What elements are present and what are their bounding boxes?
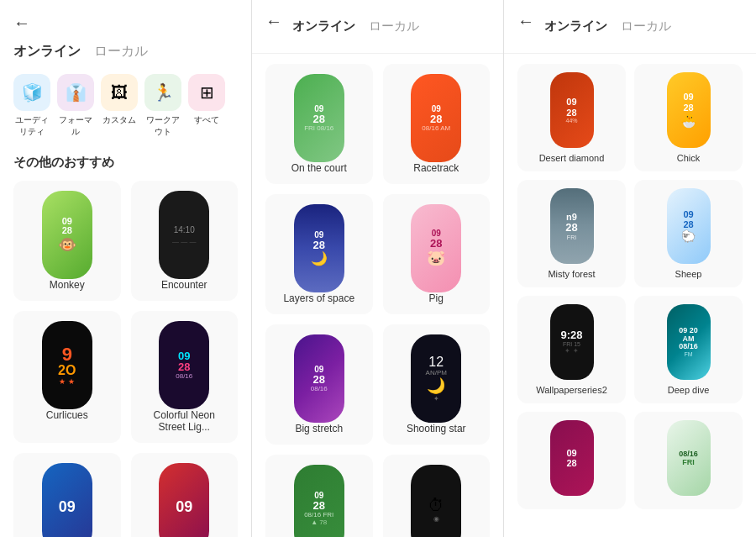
right-back-button[interactable]: ←: [517, 12, 534, 31]
list-item[interactable]: 09 28 44% Desert diamond: [517, 64, 626, 171]
mid-watch-grid: 09 28 FRI 08/16 On the court 09 28 08/16…: [265, 64, 490, 537]
list-item[interactable]: 08/16 FRI: [634, 412, 743, 509]
list-item[interactable]: 09 28 🌙 Layers of space: [265, 194, 373, 314]
watch-label-pig: Pig: [429, 292, 444, 304]
all-label: すべて: [194, 114, 219, 126]
list-item[interactable]: 09 28 🐑 Sheep: [634, 180, 743, 287]
watch-face-desert: 09 28 44%: [550, 72, 594, 148]
category-formal[interactable]: 👔 フォーマル: [57, 74, 94, 138]
list-item[interactable]: 09: [131, 453, 239, 537]
list-item[interactable]: ⏱ ◉: [383, 455, 491, 537]
watch-label-monkey: Monkey: [50, 279, 85, 291]
watch-face-layers: 09 28 🌙: [294, 204, 344, 292]
watch-face-sheep: 09 28 🐑: [667, 188, 711, 264]
watch-label-chick: Chick: [677, 153, 701, 163]
watch-face-court: 09 28 FRI 08/16: [294, 74, 344, 162]
right-tab-bar: オンライン ローカル: [544, 18, 671, 34]
list-item[interactable]: 09 28 🐷 Pig: [383, 194, 491, 314]
list-item[interactable]: 09 28: [517, 412, 626, 509]
right-tab-online[interactable]: オンライン: [544, 18, 607, 34]
custom-icon: 🖼: [101, 74, 138, 111]
list-item[interactable]: 09 28 08/16 AM Racetrack: [383, 64, 491, 184]
category-workout[interactable]: 🏃 ワークアウト: [144, 74, 181, 138]
category-all[interactable]: ⊞ すべて: [188, 74, 225, 138]
watch-face-curlicues: 9 2O ★ ★: [42, 321, 92, 409]
watch-label-curlicues: Curlicues: [46, 409, 88, 421]
utility-icon: 🧊: [13, 74, 50, 111]
list-item[interactable]: 09 28 08/16 Big stretch: [265, 324, 373, 445]
right-header: ← オンライン ローカル: [504, 0, 756, 54]
watch-face-misty: n9 28 FRI: [550, 188, 594, 264]
list-item[interactable]: 09 28 🐣 Chick: [634, 64, 743, 171]
watch-label-misty: Misty forest: [548, 269, 595, 279]
list-item[interactable]: 12 AN/PM 🌙 ✦ Shooting star: [383, 324, 491, 445]
watch-face-r1: 09 28: [550, 420, 594, 496]
list-item[interactable]: 09 28 08/16 Colorful Neon Street Lig...: [131, 311, 239, 443]
mid-tab-online[interactable]: オンライン: [292, 18, 355, 34]
all-icon: ⊞: [188, 74, 225, 111]
watch-face-encounter: 14:10 — — —: [159, 191, 209, 279]
watch-face-chick: 09 28 🐣: [667, 72, 711, 148]
mid-panel: ← オンライン ローカル 09 28 FRI 08/16 On the cour…: [252, 0, 504, 537]
list-item[interactable]: 14:10 — — — Encounter: [131, 181, 239, 301]
watch-face-soccer: 09 28 08/16 FRI ▲ 78: [294, 465, 344, 537]
category-utility[interactable]: 🧊 ユーディリティ: [13, 74, 50, 138]
watch-face-racetrack: 09 28 08/16 AM: [411, 74, 461, 162]
watch-label-layers: Layers of space: [283, 292, 354, 304]
utility-label: ユーディリティ: [13, 114, 50, 138]
list-item[interactable]: 9 2O ★ ★ Curlicues: [13, 311, 121, 443]
list-item[interactable]: 09 28 🐵 Monkey: [13, 181, 121, 301]
left-tab-local[interactable]: ローカル: [94, 43, 148, 61]
category-custom[interactable]: 🖼 カスタム: [101, 74, 138, 138]
right-panel: ← オンライン ローカル 09 28 44% Desert diamond: [504, 0, 756, 537]
mid-tab-local[interactable]: ローカル: [369, 18, 419, 34]
watch-face-br: 09: [159, 463, 209, 537]
list-item[interactable]: 9:28 FRI 15 ✦ ✦ Wallpaperseries2: [517, 296, 626, 403]
watch-face-shootingstar: 12 AN/PM 🌙 ✦: [411, 334, 461, 423]
left-tab-online[interactable]: オンライン: [13, 43, 81, 61]
mid-header: ← オンライン ローカル: [252, 0, 503, 54]
left-tab-bar: オンライン ローカル: [13, 43, 238, 61]
workout-icon: 🏃: [144, 74, 181, 111]
watch-label-bigstretch: Big stretch: [295, 423, 343, 434]
mid-back-button[interactable]: ←: [265, 12, 282, 31]
watch-face-monkey: 09 28 🐵: [42, 191, 92, 279]
category-bar: 🧊 ユーディリティ 👔 フォーマル 🖼 カスタム 🏃 ワークアウト ⊞ すべて: [13, 74, 238, 138]
watch-label-encounter: Encounter: [161, 279, 207, 291]
right-watch-grid: 09 28 44% Desert diamond 09 28 🐣 Chick: [517, 64, 743, 509]
list-item[interactable]: 09 20 AM 08/16 FM Deep dive: [634, 296, 743, 403]
list-item[interactable]: 09 28 FRI 08/16 On the court: [265, 64, 373, 184]
watch-face-pig: 09 28 🐷: [411, 204, 461, 292]
watch-label-sheep: Sheep: [675, 269, 702, 279]
mid-tab-bar: オンライン ローカル: [292, 18, 419, 34]
left-back-button[interactable]: ←: [13, 13, 30, 33]
watch-label-desert: Desert diamond: [539, 153, 605, 163]
left-panel: ← オンライン ローカル 🧊 ユーディリティ 👔 フォーマル 🖼 カスタム 🏃 …: [0, 0, 252, 537]
watch-face-neon: 09 28 08/16: [159, 321, 209, 409]
formal-label: フォーマル: [57, 114, 94, 138]
watch-label-court: On the court: [291, 162, 347, 174]
watch-face-bigstretch: 09 28 08/16: [294, 334, 344, 423]
watch-face-wallpaper: 9:28 FRI 15 ✦ ✦: [550, 304, 594, 380]
watch-label-racetrack: Racetrack: [413, 162, 459, 174]
watch-label-wallpaper: Wallpaperseries2: [536, 385, 607, 395]
custom-label: カスタム: [102, 114, 136, 126]
watch-face-bl: 09: [42, 463, 92, 537]
workout-label: ワークアウト: [144, 114, 181, 138]
right-content: 09 28 44% Desert diamond 09 28 🐣 Chick: [504, 54, 756, 537]
section-title: その他のおすすめ: [13, 155, 238, 171]
watch-face-clock: ⏱ ◉: [411, 465, 461, 537]
left-watch-grid: 09 28 🐵 Monkey 14:10 — — — Encounter 9: [13, 181, 238, 537]
mid-content: 09 28 FRI 08/16 On the court 09 28 08/16…: [252, 54, 503, 537]
right-tab-local[interactable]: ローカル: [621, 18, 671, 34]
watch-face-deepdive: 09 20 AM 08/16 FM: [667, 304, 711, 380]
watch-label-neon: Colorful Neon Street Lig...: [141, 409, 228, 433]
watch-face-r2: 08/16 FRI: [667, 420, 711, 496]
list-item[interactable]: 09: [13, 453, 121, 537]
list-item[interactable]: n9 28 FRI Misty forest: [517, 180, 626, 287]
list-item[interactable]: 09 28 08/16 FRI ▲ 78: [265, 455, 373, 537]
formal-icon: 👔: [57, 74, 94, 111]
watch-label-deepdive: Deep dive: [668, 385, 710, 395]
watch-label-shootingstar: Shooting star: [407, 423, 466, 434]
